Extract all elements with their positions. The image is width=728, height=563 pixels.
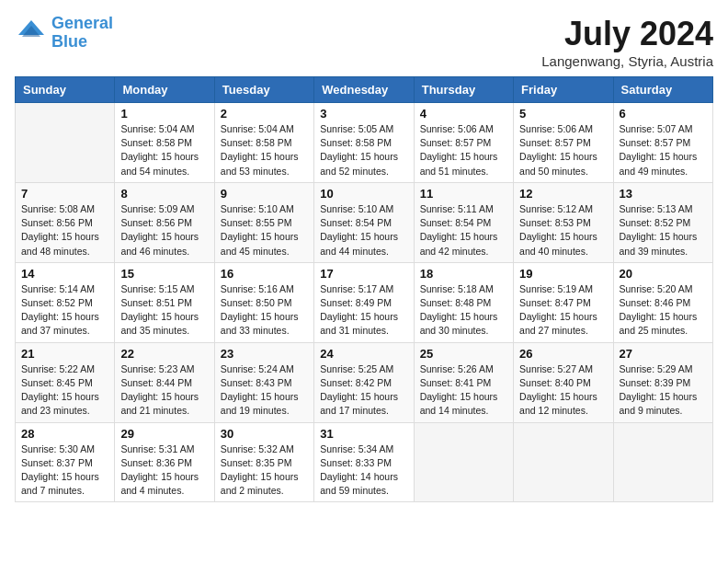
page-header: General Blue July 2024 Langenwang, Styri…: [15, 15, 713, 69]
calendar-cell: 25Sunrise: 5:26 AM Sunset: 8:41 PM Dayli…: [414, 342, 513, 422]
calendar-cell: 22Sunrise: 5:23 AM Sunset: 8:44 PM Dayli…: [115, 342, 214, 422]
calendar-cell: 18Sunrise: 5:18 AM Sunset: 8:48 PM Dayli…: [414, 262, 513, 342]
calendar-header-row: SundayMondayTuesdayWednesdayThursdayFrid…: [16, 77, 713, 103]
calendar-cell: 10Sunrise: 5:10 AM Sunset: 8:54 PM Dayli…: [314, 182, 414, 262]
day-number: 24: [320, 347, 407, 361]
day-number: 10: [320, 187, 407, 201]
day-info: Sunrise: 5:13 AM Sunset: 8:52 PM Dayligh…: [620, 202, 707, 259]
day-number: 12: [519, 187, 607, 201]
calendar-cell: 16Sunrise: 5:16 AM Sunset: 8:50 PM Dayli…: [214, 262, 313, 342]
day-info: Sunrise: 5:12 AM Sunset: 8:53 PM Dayligh…: [519, 202, 607, 259]
day-info: Sunrise: 5:22 AM Sunset: 8:45 PM Dayligh…: [21, 362, 108, 419]
day-info: Sunrise: 5:26 AM Sunset: 8:41 PM Dayligh…: [420, 362, 507, 419]
calendar-cell: 5Sunrise: 5:06 AM Sunset: 8:57 PM Daylig…: [514, 103, 613, 183]
calendar-week-1: 1Sunrise: 5:04 AM Sunset: 8:58 PM Daylig…: [16, 103, 713, 183]
day-number: 16: [221, 267, 308, 281]
calendar-cell: 7Sunrise: 5:08 AM Sunset: 8:56 PM Daylig…: [16, 182, 115, 262]
day-info: Sunrise: 5:34 AM Sunset: 8:33 PM Dayligh…: [320, 442, 407, 499]
calendar-week-4: 21Sunrise: 5:22 AM Sunset: 8:45 PM Dayli…: [16, 342, 713, 422]
day-number: 15: [120, 267, 208, 281]
column-header-monday: Monday: [115, 77, 214, 103]
calendar-cell: 9Sunrise: 5:10 AM Sunset: 8:55 PM Daylig…: [214, 182, 313, 262]
calendar-cell: 3Sunrise: 5:05 AM Sunset: 8:58 PM Daylig…: [314, 103, 414, 183]
day-info: Sunrise: 5:10 AM Sunset: 8:54 PM Dayligh…: [320, 202, 407, 259]
calendar-cell: 15Sunrise: 5:15 AM Sunset: 8:51 PM Dayli…: [115, 262, 214, 342]
calendar-cell: 17Sunrise: 5:17 AM Sunset: 8:49 PM Dayli…: [314, 262, 414, 342]
calendar-cell: 21Sunrise: 5:22 AM Sunset: 8:45 PM Dayli…: [16, 342, 115, 422]
calendar-week-5: 28Sunrise: 5:30 AM Sunset: 8:37 PM Dayli…: [16, 422, 713, 502]
calendar-cell: 30Sunrise: 5:32 AM Sunset: 8:35 PM Dayli…: [214, 422, 313, 502]
calendar-cell: 8Sunrise: 5:09 AM Sunset: 8:56 PM Daylig…: [115, 182, 214, 262]
day-info: Sunrise: 5:23 AM Sunset: 8:44 PM Dayligh…: [120, 362, 208, 419]
column-header-wednesday: Wednesday: [314, 77, 414, 103]
calendar-cell: 28Sunrise: 5:30 AM Sunset: 8:37 PM Dayli…: [16, 422, 115, 502]
column-header-friday: Friday: [514, 77, 613, 103]
day-number: 27: [620, 347, 707, 361]
day-number: 5: [519, 107, 607, 121]
day-number: 30: [221, 427, 308, 441]
calendar-cell: [414, 422, 513, 502]
calendar-cell: 4Sunrise: 5:06 AM Sunset: 8:57 PM Daylig…: [414, 103, 513, 183]
day-info: Sunrise: 5:19 AM Sunset: 8:47 PM Dayligh…: [519, 282, 607, 339]
logo-text: General Blue: [51, 15, 113, 52]
day-info: Sunrise: 5:06 AM Sunset: 8:57 PM Dayligh…: [420, 122, 507, 178]
day-number: 19: [519, 267, 607, 281]
day-number: 23: [221, 347, 308, 361]
column-header-tuesday: Tuesday: [214, 77, 313, 103]
calendar-cell: 19Sunrise: 5:19 AM Sunset: 8:47 PM Dayli…: [514, 262, 613, 342]
day-number: 1: [120, 107, 208, 121]
calendar-cell: 2Sunrise: 5:04 AM Sunset: 8:58 PM Daylig…: [214, 103, 313, 183]
day-number: 9: [221, 187, 308, 201]
day-info: Sunrise: 5:08 AM Sunset: 8:56 PM Dayligh…: [21, 202, 108, 259]
day-number: 22: [120, 347, 208, 361]
calendar-cell: 31Sunrise: 5:34 AM Sunset: 8:33 PM Dayli…: [314, 422, 414, 502]
day-info: Sunrise: 5:04 AM Sunset: 8:58 PM Dayligh…: [221, 122, 308, 178]
day-info: Sunrise: 5:20 AM Sunset: 8:46 PM Dayligh…: [620, 282, 707, 339]
logo-icon: [15, 17, 48, 50]
day-info: Sunrise: 5:18 AM Sunset: 8:48 PM Dayligh…: [420, 282, 507, 339]
calendar-cell: 11Sunrise: 5:11 AM Sunset: 8:54 PM Dayli…: [414, 182, 513, 262]
day-number: 4: [420, 107, 507, 121]
calendar-week-3: 14Sunrise: 5:14 AM Sunset: 8:52 PM Dayli…: [16, 262, 713, 342]
calendar-cell: 13Sunrise: 5:13 AM Sunset: 8:52 PM Dayli…: [613, 182, 712, 262]
day-info: Sunrise: 5:11 AM Sunset: 8:54 PM Dayligh…: [420, 202, 507, 259]
calendar-cell: 29Sunrise: 5:31 AM Sunset: 8:36 PM Dayli…: [115, 422, 214, 502]
day-info: Sunrise: 5:15 AM Sunset: 8:51 PM Dayligh…: [120, 282, 208, 339]
day-number: 28: [21, 427, 108, 441]
calendar-cell: [514, 422, 613, 502]
day-number: 31: [320, 427, 407, 441]
day-number: 25: [420, 347, 507, 361]
calendar-cell: 1Sunrise: 5:04 AM Sunset: 8:58 PM Daylig…: [115, 103, 214, 183]
day-info: Sunrise: 5:16 AM Sunset: 8:50 PM Dayligh…: [221, 282, 308, 339]
day-number: 7: [21, 187, 108, 201]
day-info: Sunrise: 5:10 AM Sunset: 8:55 PM Dayligh…: [221, 202, 308, 259]
day-info: Sunrise: 5:24 AM Sunset: 8:43 PM Dayligh…: [221, 362, 308, 419]
calendar-cell: 12Sunrise: 5:12 AM Sunset: 8:53 PM Dayli…: [514, 182, 613, 262]
day-number: 11: [420, 187, 507, 201]
day-number: 18: [420, 267, 507, 281]
day-number: 26: [519, 347, 607, 361]
calendar-week-2: 7Sunrise: 5:08 AM Sunset: 8:56 PM Daylig…: [16, 182, 713, 262]
day-number: 3: [320, 107, 407, 121]
calendar-cell: 24Sunrise: 5:25 AM Sunset: 8:42 PM Dayli…: [314, 342, 414, 422]
day-info: Sunrise: 5:27 AM Sunset: 8:40 PM Dayligh…: [519, 362, 607, 419]
calendar-cell: 27Sunrise: 5:29 AM Sunset: 8:39 PM Dayli…: [613, 342, 712, 422]
day-info: Sunrise: 5:05 AM Sunset: 8:58 PM Dayligh…: [320, 122, 407, 178]
day-info: Sunrise: 5:31 AM Sunset: 8:36 PM Dayligh…: [120, 442, 208, 499]
column-header-saturday: Saturday: [613, 77, 712, 103]
day-number: 6: [620, 107, 707, 121]
month-title: July 2024: [541, 15, 713, 53]
day-info: Sunrise: 5:30 AM Sunset: 8:37 PM Dayligh…: [21, 442, 108, 499]
day-info: Sunrise: 5:14 AM Sunset: 8:52 PM Dayligh…: [21, 282, 108, 339]
calendar-cell: [613, 422, 712, 502]
day-number: 13: [620, 187, 707, 201]
calendar-cell: [16, 103, 115, 183]
day-number: 17: [320, 267, 407, 281]
day-info: Sunrise: 5:29 AM Sunset: 8:39 PM Dayligh…: [620, 362, 707, 419]
column-header-thursday: Thursday: [414, 77, 513, 103]
day-info: Sunrise: 5:07 AM Sunset: 8:57 PM Dayligh…: [620, 122, 707, 178]
day-info: Sunrise: 5:09 AM Sunset: 8:56 PM Dayligh…: [120, 202, 208, 259]
title-area: July 2024 Langenwang, Styria, Austria: [541, 15, 713, 69]
day-info: Sunrise: 5:25 AM Sunset: 8:42 PM Dayligh…: [320, 362, 407, 419]
day-number: 14: [21, 267, 108, 281]
